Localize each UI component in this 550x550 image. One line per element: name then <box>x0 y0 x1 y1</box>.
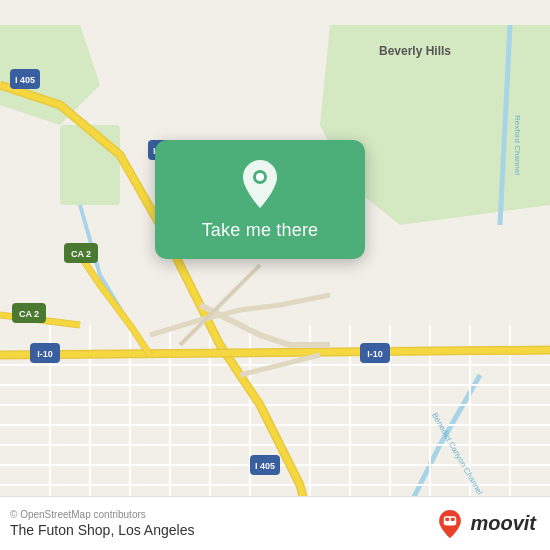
bottom-left: © OpenStreetMap contributors The Futon S… <box>10 509 194 538</box>
svg-point-49 <box>445 525 448 528</box>
svg-rect-46 <box>444 516 456 525</box>
copyright-text: © OpenStreetMap contributors <box>10 509 194 520</box>
bottom-bar: © OpenStreetMap contributors The Futon S… <box>0 496 550 550</box>
take-me-there-card[interactable]: Take me there <box>155 140 365 259</box>
svg-text:Rexford Channel: Rexford Channel <box>513 115 522 175</box>
svg-point-45 <box>256 173 264 181</box>
svg-text:I 405: I 405 <box>255 461 275 471</box>
svg-text:CA 2: CA 2 <box>19 309 39 319</box>
moovit-brand-name: moovit <box>470 512 536 535</box>
svg-text:Beverly Hills: Beverly Hills <box>379 44 451 58</box>
svg-text:CA 2: CA 2 <box>71 249 91 259</box>
pin-icon-container <box>234 158 286 210</box>
svg-rect-3 <box>60 125 120 205</box>
svg-text:I 405: I 405 <box>15 75 35 85</box>
moovit-logo: moovit <box>436 510 536 538</box>
take-me-there-label: Take me there <box>202 220 319 241</box>
map-svg: I 405 I 405 I 405 I-10 I-10 CA 2 CA 2 <box>0 0 550 550</box>
svg-text:I-10: I-10 <box>367 349 383 359</box>
moovit-brand-icon <box>436 510 464 538</box>
svg-text:I-10: I-10 <box>37 349 53 359</box>
svg-rect-47 <box>446 517 450 520</box>
location-name: The Futon Shop, Los Angeles <box>10 522 194 538</box>
svg-rect-48 <box>451 517 455 520</box>
map-container: I 405 I 405 I 405 I-10 I-10 CA 2 CA 2 <box>0 0 550 550</box>
svg-point-50 <box>453 525 456 528</box>
